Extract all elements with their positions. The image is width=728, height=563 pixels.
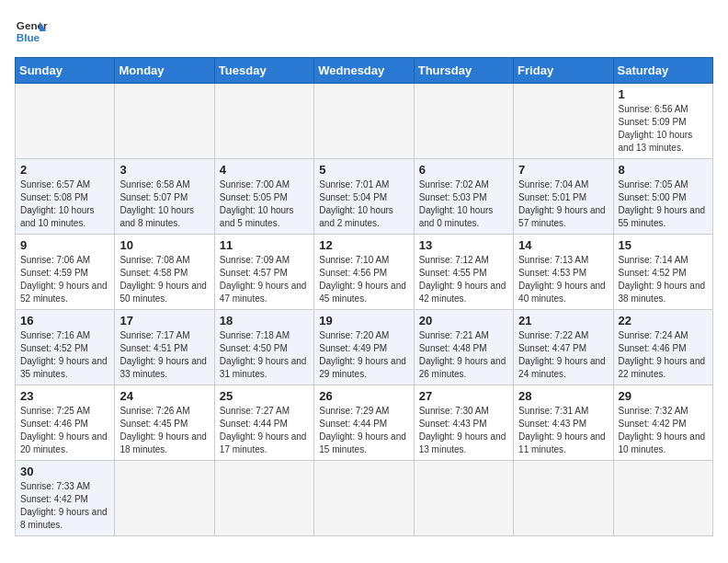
day-number: 10 (119, 238, 209, 252)
day-number: 19 (319, 314, 408, 327)
calendar-week-row: 23Sunrise: 7:25 AM Sunset: 4:46 PM Dayli… (16, 385, 713, 461)
calendar-day-cell: 11Sunrise: 7:09 AM Sunset: 4:57 PM Dayli… (214, 235, 313, 310)
calendar-day-cell: 28Sunrise: 7:31 AM Sunset: 4:43 PM Dayli… (514, 385, 613, 461)
day-number: 11 (220, 238, 309, 252)
day-info: Sunrise: 6:57 AM Sunset: 5:08 PM Dayligh… (20, 178, 109, 230)
day-info: Sunrise: 7:13 AM Sunset: 4:53 PM Dayligh… (518, 254, 608, 305)
day-number: 14 (518, 238, 608, 252)
day-info: Sunrise: 7:22 AM Sunset: 4:47 PM Dayligh… (518, 329, 608, 381)
calendar-day-cell (314, 84, 414, 159)
calendar-day-cell: 26Sunrise: 7:29 AM Sunset: 4:44 PM Dayli… (314, 385, 414, 461)
day-info: Sunrise: 7:20 AM Sunset: 4:49 PM Dayligh… (319, 329, 408, 381)
calendar-day-cell: 6Sunrise: 7:02 AM Sunset: 5:03 PM Daylig… (414, 159, 513, 235)
day-info: Sunrise: 7:26 AM Sunset: 4:45 PM Dayligh… (119, 405, 209, 456)
day-number: 29 (619, 389, 708, 403)
calendar-week-row: 1Sunrise: 6:56 AM Sunset: 5:09 PM Daylig… (16, 84, 713, 159)
day-number: 18 (220, 314, 309, 327)
day-info: Sunrise: 7:04 AM Sunset: 5:01 PM Dayligh… (518, 178, 608, 230)
svg-text:Blue: Blue (17, 31, 40, 43)
day-info: Sunrise: 7:21 AM Sunset: 4:48 PM Dayligh… (419, 329, 508, 381)
calendar-day-cell: 10Sunrise: 7:08 AM Sunset: 4:58 PM Dayli… (115, 235, 214, 310)
day-info: Sunrise: 7:00 AM Sunset: 5:05 PM Dayligh… (220, 178, 309, 230)
day-number: 25 (220, 389, 309, 403)
day-info: Sunrise: 7:02 AM Sunset: 5:03 PM Dayligh… (419, 178, 508, 230)
day-number: 24 (119, 389, 209, 403)
calendar-header-row: SundayMondayTuesdayWednesdayThursdayFrid… (16, 58, 713, 84)
day-info: Sunrise: 7:30 AM Sunset: 4:43 PM Dayligh… (419, 405, 508, 456)
calendar-header-sunday: Sunday (16, 58, 115, 84)
day-number: 16 (20, 314, 109, 327)
calendar-day-cell (16, 84, 115, 159)
calendar-table: SundayMondayTuesdayWednesdayThursdayFrid… (15, 57, 713, 536)
day-number: 22 (619, 314, 708, 327)
calendar-day-cell: 20Sunrise: 7:21 AM Sunset: 4:48 PM Dayli… (414, 310, 513, 385)
calendar-week-row: 2Sunrise: 6:57 AM Sunset: 5:08 PM Daylig… (16, 159, 713, 235)
day-number: 7 (518, 163, 608, 177)
logo-icon: General Blue (15, 15, 48, 48)
day-number: 6 (419, 163, 508, 177)
calendar-day-cell (514, 84, 613, 159)
calendar-day-cell (314, 461, 414, 536)
day-number: 26 (319, 389, 408, 403)
day-info: Sunrise: 7:32 AM Sunset: 4:42 PM Dayligh… (619, 405, 708, 456)
day-info: Sunrise: 7:05 AM Sunset: 5:00 PM Dayligh… (619, 178, 708, 230)
day-info: Sunrise: 6:56 AM Sunset: 5:09 PM Dayligh… (619, 103, 708, 155)
day-info: Sunrise: 7:09 AM Sunset: 4:57 PM Dayligh… (220, 254, 309, 305)
day-info: Sunrise: 7:06 AM Sunset: 4:59 PM Dayligh… (20, 254, 109, 305)
calendar-day-cell: 22Sunrise: 7:24 AM Sunset: 4:46 PM Dayli… (613, 310, 712, 385)
logo: General Blue (15, 15, 48, 48)
calendar-day-cell: 1Sunrise: 6:56 AM Sunset: 5:09 PM Daylig… (613, 84, 712, 159)
calendar-day-cell: 30Sunrise: 7:33 AM Sunset: 4:42 PM Dayli… (16, 461, 115, 536)
calendar-day-cell: 17Sunrise: 7:17 AM Sunset: 4:51 PM Dayli… (115, 310, 214, 385)
calendar-day-cell (414, 461, 513, 536)
day-number: 30 (20, 465, 109, 478)
calendar-day-cell (613, 461, 712, 536)
calendar-day-cell: 15Sunrise: 7:14 AM Sunset: 4:52 PM Dayli… (613, 235, 712, 310)
day-info: Sunrise: 7:16 AM Sunset: 4:52 PM Dayligh… (20, 329, 109, 381)
calendar-week-row: 30Sunrise: 7:33 AM Sunset: 4:42 PM Dayli… (16, 461, 713, 536)
day-number: 12 (319, 238, 408, 252)
day-info: Sunrise: 7:25 AM Sunset: 4:46 PM Dayligh… (20, 405, 109, 456)
calendar-day-cell: 8Sunrise: 7:05 AM Sunset: 5:00 PM Daylig… (613, 159, 712, 235)
day-number: 5 (319, 163, 408, 177)
day-info: Sunrise: 7:14 AM Sunset: 4:52 PM Dayligh… (619, 254, 708, 305)
calendar-day-cell: 9Sunrise: 7:06 AM Sunset: 4:59 PM Daylig… (16, 235, 115, 310)
calendar-week-row: 16Sunrise: 7:16 AM Sunset: 4:52 PM Dayli… (16, 310, 713, 385)
calendar-week-row: 9Sunrise: 7:06 AM Sunset: 4:59 PM Daylig… (16, 235, 713, 310)
day-number: 3 (119, 163, 209, 177)
calendar-day-cell: 29Sunrise: 7:32 AM Sunset: 4:42 PM Dayli… (613, 385, 712, 461)
calendar-day-cell: 4Sunrise: 7:00 AM Sunset: 5:05 PM Daylig… (214, 159, 313, 235)
calendar-header-tuesday: Tuesday (214, 58, 313, 84)
day-number: 27 (419, 389, 508, 403)
day-number: 28 (518, 389, 608, 403)
day-info: Sunrise: 7:31 AM Sunset: 4:43 PM Dayligh… (518, 405, 608, 456)
day-number: 1 (619, 87, 708, 101)
day-info: Sunrise: 7:17 AM Sunset: 4:51 PM Dayligh… (119, 329, 209, 381)
calendar-day-cell: 23Sunrise: 7:25 AM Sunset: 4:46 PM Dayli… (16, 385, 115, 461)
calendar-day-cell (214, 461, 313, 536)
calendar-header-saturday: Saturday (613, 58, 712, 84)
day-number: 4 (220, 163, 309, 177)
calendar-header-monday: Monday (115, 58, 214, 84)
day-number: 15 (619, 238, 708, 252)
calendar-day-cell: 16Sunrise: 7:16 AM Sunset: 4:52 PM Dayli… (16, 310, 115, 385)
calendar-day-cell: 3Sunrise: 6:58 AM Sunset: 5:07 PM Daylig… (115, 159, 214, 235)
day-info: Sunrise: 7:24 AM Sunset: 4:46 PM Dayligh… (619, 329, 708, 381)
calendar-day-cell (414, 84, 513, 159)
calendar-day-cell: 27Sunrise: 7:30 AM Sunset: 4:43 PM Dayli… (414, 385, 513, 461)
calendar-day-cell: 5Sunrise: 7:01 AM Sunset: 5:04 PM Daylig… (314, 159, 414, 235)
calendar-day-cell: 24Sunrise: 7:26 AM Sunset: 4:45 PM Dayli… (115, 385, 214, 461)
calendar-header-wednesday: Wednesday (314, 58, 414, 84)
day-number: 21 (518, 314, 608, 327)
day-info: Sunrise: 7:18 AM Sunset: 4:50 PM Dayligh… (220, 329, 309, 381)
calendar-day-cell (115, 461, 214, 536)
page-header: General Blue (15, 15, 713, 48)
calendar-day-cell (514, 461, 613, 536)
day-info: Sunrise: 7:12 AM Sunset: 4:55 PM Dayligh… (419, 254, 508, 305)
day-number: 23 (20, 389, 109, 403)
calendar-day-cell: 12Sunrise: 7:10 AM Sunset: 4:56 PM Dayli… (314, 235, 414, 310)
calendar-day-cell: 2Sunrise: 6:57 AM Sunset: 5:08 PM Daylig… (16, 159, 115, 235)
calendar-header-thursday: Thursday (414, 58, 513, 84)
day-number: 13 (419, 238, 508, 252)
day-number: 2 (20, 163, 109, 177)
